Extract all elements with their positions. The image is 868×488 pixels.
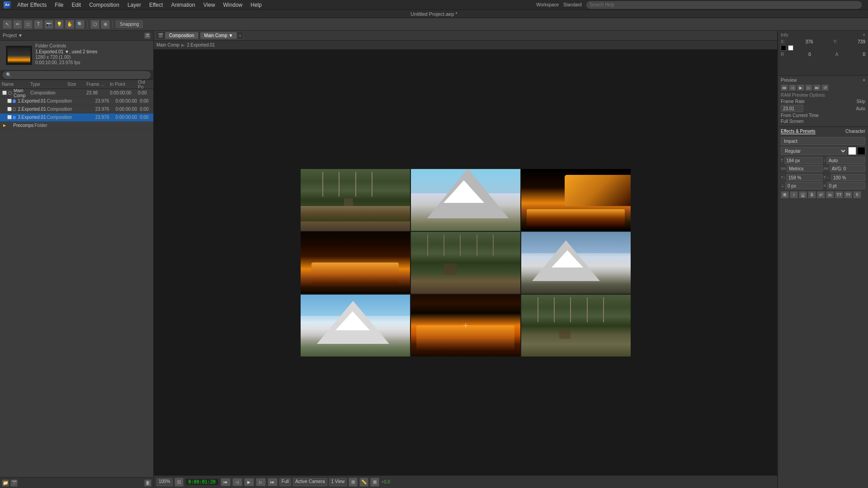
- breadcrumb-sep: ▶: [181, 42, 185, 47]
- menu-effect[interactable]: Effect: [146, 1, 166, 9]
- tool-text[interactable]: T: [34, 20, 43, 29]
- info-header: Info ×: [781, 33, 865, 38]
- delete-btn[interactable]: 🗑: [144, 479, 151, 487]
- zoom-display[interactable]: 100%: [156, 478, 173, 486]
- tab-composition[interactable]: Composition: [165, 32, 198, 39]
- file-item-2exported01[interactable]: ⬜ 2.Exported.01 Composition 23.976 0:00:…: [0, 105, 153, 113]
- time-display[interactable]: 0:00:01:20: [185, 479, 219, 485]
- tool-pen[interactable]: ✏: [13, 20, 22, 29]
- leading-input[interactable]: [826, 157, 865, 164]
- project-info: Folder Controls 1.Exported.01 ▼, used 2 …: [35, 42, 100, 68]
- kerning-input[interactable]: [787, 165, 822, 172]
- scale-props: T↕ T↔ ⊥ ≡: [781, 174, 865, 189]
- color-swatch-black[interactable]: [781, 45, 786, 51]
- prev-back-btn[interactable]: ◁: [789, 84, 796, 91]
- font-input[interactable]: [781, 137, 865, 145]
- tool-zoom[interactable]: 🔍: [75, 20, 85, 29]
- file-type: Composition: [30, 90, 66, 95]
- tsume-input[interactable]: [827, 182, 865, 189]
- text-bg-color-box[interactable]: [857, 147, 865, 155]
- prev-frame-btn[interactable]: ◁: [232, 478, 242, 486]
- preview-close[interactable]: ×: [863, 78, 865, 83]
- subscript-btn[interactable]: x₂: [826, 191, 834, 198]
- menu-file[interactable]: File: [51, 1, 67, 9]
- project-search-bar: [0, 70, 153, 80]
- views-select[interactable]: 1 View: [329, 478, 347, 486]
- superscript-btn[interactable]: x²: [817, 191, 825, 198]
- grid-btn[interactable]: ⊞: [349, 478, 358, 487]
- prev-play-btn[interactable]: ▶: [797, 84, 804, 91]
- rewind-btn[interactable]: ⏮: [221, 478, 231, 486]
- tool-light[interactable]: 💡: [55, 20, 64, 29]
- underline-btn[interactable]: U: [799, 191, 807, 198]
- tab-main-comp[interactable]: Main Comp ▼: [200, 32, 237, 39]
- rulers-btn[interactable]: 📏: [359, 478, 368, 487]
- tool-hand[interactable]: ✋: [65, 20, 74, 29]
- fit-btn[interactable]: ⊡: [175, 478, 184, 487]
- file-item-main-comp[interactable]: ⬜ Main Comp Composition 23.98 0:00:00:00…: [0, 89, 153, 97]
- all-caps-btn[interactable]: TT: [835, 191, 843, 198]
- menu-after-effects[interactable]: After Effects: [14, 1, 50, 9]
- tool-arrow[interactable]: ↖: [3, 20, 12, 29]
- tab-character[interactable]: Character: [845, 129, 865, 134]
- prev-first-btn[interactable]: ⏮: [781, 84, 788, 91]
- video-cell-2-2: [411, 232, 520, 294]
- dot-indicator: [13, 108, 16, 111]
- project-menu-btn[interactable]: ☰: [144, 33, 151, 39]
- tracking-input[interactable]: [830, 165, 865, 172]
- breadcrumb-current[interactable]: 2.Exported.01: [187, 42, 215, 47]
- strikethrough-btn[interactable]: S̶: [808, 191, 816, 198]
- bold-btn[interactable]: B: [781, 191, 789, 198]
- prev-last-btn[interactable]: ⏭: [813, 84, 821, 91]
- tab-effects-presets[interactable]: Effects & Presets: [781, 129, 816, 134]
- color-swatch-white[interactable]: [788, 45, 793, 51]
- italic-btn[interactable]: I: [790, 191, 798, 198]
- new-folder-btn[interactable]: 📁: [2, 479, 9, 487]
- tool-puppet[interactable]: ⊕: [101, 20, 110, 29]
- new-comp-btn[interactable]: 🎬: [10, 479, 18, 487]
- kerning-prop: VA: [781, 165, 823, 172]
- prev-next-btn[interactable]: ▷: [805, 84, 812, 91]
- tool-camera[interactable]: 📷: [44, 20, 53, 29]
- info-close[interactable]: ×: [863, 33, 865, 38]
- file-item-1exported01[interactable]: ⬜ 1.Exported.01 Composition 23.976 0:00:…: [0, 97, 153, 105]
- tab-close[interactable]: ×: [239, 33, 241, 38]
- breadcrumb-main[interactable]: Main Comp: [156, 42, 179, 47]
- video-cell-3-2: [411, 295, 520, 357]
- menu-layer[interactable]: Layer: [124, 1, 145, 9]
- tool-shape[interactable]: □: [24, 20, 33, 29]
- menu-composition[interactable]: Composition: [85, 1, 123, 9]
- small-caps-btn[interactable]: Tᴛ: [844, 191, 852, 198]
- vert-scale-input[interactable]: [786, 174, 823, 181]
- quality-select[interactable]: Full: [279, 478, 291, 486]
- resolution-row: Full Screen: [781, 119, 865, 124]
- menu-edit[interactable]: Edit: [68, 1, 85, 9]
- prev-loop-btn[interactable]: ↺: [821, 84, 829, 91]
- global-search[interactable]: [586, 1, 862, 9]
- menu-view[interactable]: View: [200, 1, 219, 9]
- file-item-3exported01[interactable]: ⬜ 3.Exported.01 Composition 23.976 0:00:…: [0, 113, 153, 122]
- menu-help[interactable]: Help: [247, 1, 265, 9]
- next-frame-btn[interactable]: ▷: [256, 478, 266, 486]
- comp-icon: ⬜: [7, 99, 12, 104]
- safe-zones-btn[interactable]: ⊠: [370, 478, 379, 487]
- project-search-input[interactable]: [3, 71, 151, 79]
- forward-btn[interactable]: ⏭: [268, 478, 278, 486]
- horiz-scale-input[interactable]: [831, 174, 865, 181]
- playback-bar: 100% ⊡ 0:00:01:20 ⏮ ◁ ▶ ▷ ⏭ Full Active …: [154, 475, 777, 488]
- camera-select[interactable]: Active Camera: [293, 478, 327, 486]
- ligatures-btn[interactable]: fi: [853, 191, 861, 198]
- tool-mask[interactable]: ⬡: [90, 20, 99, 29]
- video-cell-3-1: [301, 295, 410, 357]
- file-item-precomps[interactable]: ▶ Precomps Folder: [0, 122, 153, 130]
- font-size-input[interactable]: [784, 157, 823, 164]
- text-color-box[interactable]: [848, 147, 856, 155]
- file-list: ⬜ Main Comp Composition 23.98 0:00:00:00…: [0, 89, 153, 477]
- menu-animation[interactable]: Animation: [167, 1, 198, 9]
- fps-input[interactable]: [781, 105, 803, 112]
- snapping-btn[interactable]: Snapping: [116, 20, 143, 28]
- baseline-input[interactable]: [785, 182, 823, 189]
- font-style-select[interactable]: Regular: [781, 147, 847, 155]
- menu-window[interactable]: Window: [220, 1, 246, 9]
- play-btn[interactable]: ▶: [244, 478, 254, 486]
